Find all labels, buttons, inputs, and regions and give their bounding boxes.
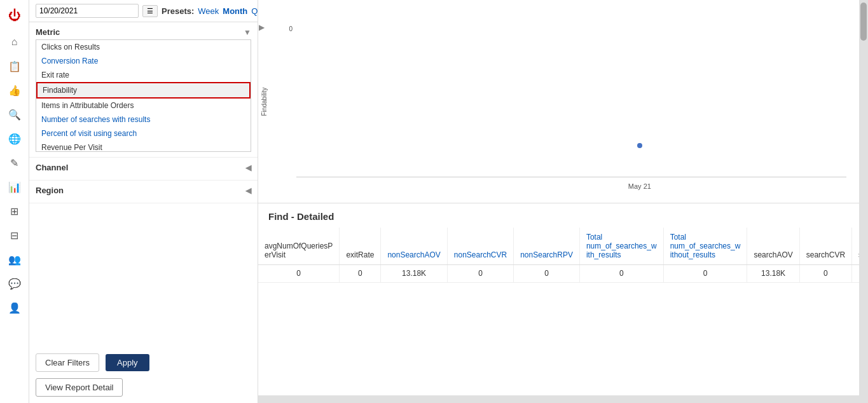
cell-exit: 0 <box>340 265 381 283</box>
metric-item-exit[interactable]: Exit rate <box>36 68 251 82</box>
view-report-container: View Report Detail <box>29 378 258 403</box>
channel-section: Channel ◀ <box>29 158 258 181</box>
table-row: 0 0 13.18K 0 0 0 0 13.18K 0 0 0 <box>258 265 859 283</box>
clear-filters-button[interactable]: Clear Filters <box>36 353 99 372</box>
thumb-icon[interactable]: 👍 <box>4 80 25 100</box>
metric-label: Metric <box>36 27 60 37</box>
search-icon[interactable]: 🔍 <box>4 104 25 125</box>
cell-total-with: 0 <box>579 265 663 283</box>
users-icon[interactable]: 👥 <box>4 249 25 270</box>
date-range-input[interactable] <box>36 4 139 18</box>
channel-chevron[interactable]: ◀ <box>245 163 251 172</box>
filters-top: ☰ Presets: Week Month Quarter Year <box>29 0 258 22</box>
preset-week[interactable]: Week <box>198 6 219 16</box>
chart-y-axis: Findability 0 ▶ <box>258 0 296 203</box>
cell-nonSearchAOV: 13.18K <box>381 265 447 283</box>
metric-item-num-searches[interactable]: Number of searches with results <box>36 113 251 126</box>
channel-label: Channel <box>36 163 68 172</box>
metric-item-clicks[interactable]: Clicks on Results <box>36 40 251 54</box>
table-title: Find - Detailed <box>258 203 859 227</box>
main-content: Findability 0 ▶ May 21 Find - Detailed <box>258 0 859 403</box>
col-searchCVR: searchCVR <box>799 228 851 265</box>
preset-quarter[interactable]: Quarter <box>251 6 258 16</box>
region-chevron[interactable]: ◀ <box>245 186 251 195</box>
filters-panel: ☰ Presets: Week Month Quarter Year Metri… <box>29 0 258 403</box>
col-nonSearchCVR: nonSearchCVR <box>447 228 513 265</box>
metric-item-percent[interactable]: Percent of visit using search <box>36 126 251 140</box>
sidebar: ⏻ ⌂ 📋 👍 🔍 🌐 ✎ 📊 ⊞ ⊟ 👥 💬 👤 <box>0 0 29 403</box>
region-header: Region ◀ <box>36 186 251 195</box>
chart-area: Findability 0 ▶ May 21 <box>258 0 859 203</box>
table-header-row: avgNumOfQueriesPerVisit exitRate nonSear… <box>258 228 859 265</box>
metric-section: Metric ▼ Clicks on Results Conversion Ra… <box>29 22 258 158</box>
logo-icon[interactable]: ⏻ <box>4 5 25 25</box>
metric-item-findability[interactable]: Findability <box>36 82 251 99</box>
chart-inner: Findability 0 ▶ May 21 <box>258 0 859 203</box>
col-avg: avgNumOfQueriesPerVisit <box>258 228 340 265</box>
table-icon[interactable]: ⊞ <box>4 201 25 221</box>
region-section: Region ◀ <box>29 181 258 203</box>
cell-searchAOV: 13.18K <box>747 265 799 283</box>
lower-area: Find - Detailed avgNumOfQueriesPerVisit … <box>258 203 859 395</box>
col-nonSearchRPV: nonSearchRPV <box>514 228 580 265</box>
channel-header: Channel ◀ <box>36 163 251 172</box>
col-total-with: Totalnum_of_searches_with_results <box>579 228 663 265</box>
y-axis-label: Findability <box>261 87 268 116</box>
metric-item-items[interactable]: Items in Attributable Orders <box>36 99 251 113</box>
date-range-toggle[interactable]: ☰ <box>142 5 158 17</box>
metric-header: Metric ▼ <box>36 27 251 37</box>
preset-month[interactable]: Month <box>223 6 247 16</box>
y-zero-label: 0 <box>289 25 293 32</box>
vertical-scrollbar[interactable] <box>859 0 868 403</box>
chart-x-label: May 21 <box>628 182 651 190</box>
table-section: Find - Detailed avgNumOfQueriesPerVisit … <box>258 203 859 395</box>
chart-zero-line <box>296 177 846 177</box>
col-searchAOV: searchAOV <box>747 228 799 265</box>
col-searchRPV: searchRPV <box>852 228 859 265</box>
document-icon[interactable]: 📋 <box>4 56 25 76</box>
cell-nonSearchCVR: 0 <box>447 265 513 283</box>
filter-actions: Clear Filters Apply <box>29 347 258 378</box>
cell-searchCVR: 0 <box>799 265 851 283</box>
chart-data-dot <box>637 143 642 148</box>
cell-searchRPV: 0 <box>852 265 859 283</box>
cell-avg: 0 <box>258 265 340 283</box>
chart-plot: May 21 <box>296 0 859 203</box>
view-report-detail-button[interactable]: View Report Detail <box>36 378 123 397</box>
col-nonSearchAOV: nonSearchAOV <box>381 228 447 265</box>
chart-icon[interactable]: 📊 <box>4 177 25 197</box>
edit-icon[interactable]: ✎ <box>4 153 25 173</box>
col-exit: exitRate <box>340 228 381 265</box>
metric-list: Clicks on Results Conversion Rate Exit r… <box>36 40 251 151</box>
chat-icon[interactable]: 💬 <box>4 273 25 294</box>
person-icon[interactable]: 👤 <box>4 297 25 318</box>
globe-icon[interactable]: 🌐 <box>4 128 25 149</box>
col-total-without: Totalnum_of_searches_without_results <box>663 228 747 265</box>
apply-button[interactable]: Apply <box>106 354 149 371</box>
metric-item-conversion[interactable]: Conversion Rate <box>36 54 251 68</box>
cell-nonSearchRPV: 0 <box>514 265 580 283</box>
home-icon[interactable]: ⌂ <box>4 32 25 52</box>
chart-arrow-icon: ▶ <box>259 23 265 32</box>
data-table: avgNumOfQueriesPerVisit exitRate nonSear… <box>258 227 859 283</box>
metric-item-revenue[interactable]: Revenue Per Visit <box>36 140 251 151</box>
metric-chevron[interactable]: ▼ <box>244 28 251 37</box>
grid-icon[interactable]: ⊟ <box>4 225 25 245</box>
metric-list-container: Clicks on Results Conversion Rate Exit r… <box>36 39 251 152</box>
cell-total-without: 0 <box>663 265 747 283</box>
horizontal-scrollbar[interactable] <box>258 395 859 403</box>
region-label: Region <box>36 186 64 195</box>
presets-label: Presets: <box>162 6 194 16</box>
